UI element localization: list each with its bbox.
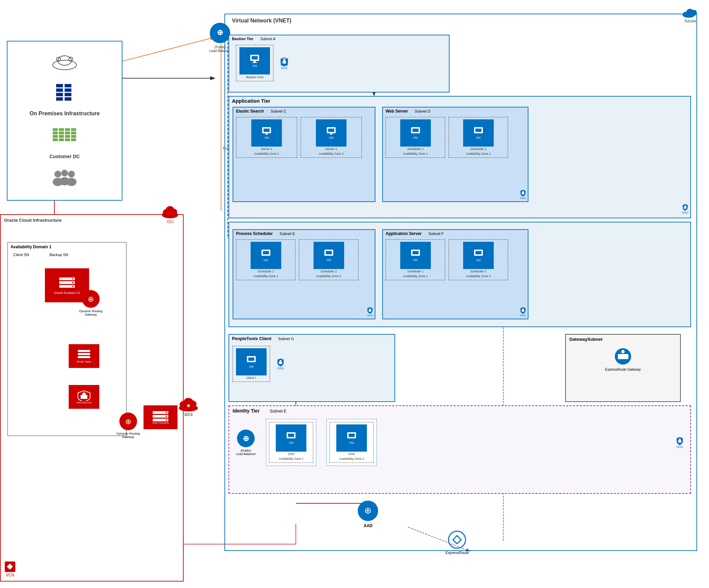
customer-dc-label: Customer DC bbox=[49, 154, 80, 159]
identity-lb-label: (Public)Load Balancer bbox=[236, 449, 256, 456]
app-tier-box: Application Tier Elastic Search Subnet C… bbox=[229, 96, 691, 218]
app-server-az-row: VM Scheduler 1 Availability Zone 1 VM Sc… bbox=[383, 237, 528, 282]
route-table-node: Route Table bbox=[69, 344, 99, 368]
svg-point-131 bbox=[166, 416, 167, 417]
app-server-header: Application Server Subnet F bbox=[383, 230, 528, 237]
svg-rect-97 bbox=[618, 354, 628, 359]
web-scheduler1-vm: VM bbox=[400, 119, 431, 147]
app-server-az1: VM Scheduler 1 Availability Zone 1 bbox=[386, 239, 445, 280]
elastic-server1-vm: VM bbox=[251, 119, 282, 147]
drg-bottom-icon: ⊕ bbox=[119, 412, 138, 431]
svg-rect-64 bbox=[283, 61, 286, 64]
svg-rect-40 bbox=[59, 132, 64, 134]
on-premises-box: On Premises Infrastructure bbox=[7, 41, 122, 201]
bastion-host-label: Bastion Host bbox=[246, 75, 263, 79]
svg-text:⊕: ⊕ bbox=[243, 434, 249, 443]
fast-connect-label: Fast Connect bbox=[152, 421, 169, 424]
svg-rect-81 bbox=[263, 251, 269, 254]
idcs-label: IDCS bbox=[185, 413, 193, 417]
elastic-search-header: Elastic Search Subnet C bbox=[233, 107, 375, 115]
bastion-nsg-label: NSG bbox=[281, 66, 288, 70]
svg-point-130 bbox=[166, 412, 167, 413]
bastion-tier-box: Bastion Tier Subnet A VM Bastion Host NS… bbox=[229, 35, 450, 93]
customer-dc-icon bbox=[51, 127, 78, 144]
bastion-vm: VM bbox=[239, 47, 270, 74]
sn-labels: Client SN Backup SN bbox=[8, 251, 126, 258]
svg-point-85 bbox=[369, 308, 371, 310]
web-nsg: NSG bbox=[520, 189, 526, 200]
svg-rect-84 bbox=[369, 310, 371, 312]
svg-rect-49 bbox=[71, 135, 76, 138]
process-sched1-vm: VM bbox=[251, 242, 281, 269]
identity-ohs-az1-subnet: VM OHS Availability Zone 1 bbox=[266, 419, 316, 466]
identity-ohs1-vm: VM bbox=[276, 424, 306, 452]
peopletools-header: PeopleTools Client Subnet G bbox=[229, 335, 394, 342]
svg-point-79 bbox=[685, 205, 686, 207]
svg-rect-75 bbox=[475, 129, 482, 132]
app-tier-label: Application Tier bbox=[232, 98, 270, 104]
idcs-cloud-icon: ⊕ bbox=[178, 395, 200, 412]
svg-text:⊕: ⊕ bbox=[187, 403, 190, 408]
svg-rect-30 bbox=[56, 97, 63, 101]
web-subnet-label: Subnet D bbox=[415, 109, 431, 113]
identity-tier-label: Identity Tier bbox=[233, 408, 259, 414]
route-table-label: Route Table bbox=[77, 360, 91, 363]
identity-tier-content: ⊕ (Public)Load Balancer VM OHS Availabil… bbox=[229, 416, 690, 469]
app-sched2-vm: VM bbox=[463, 242, 494, 269]
svg-rect-61 bbox=[254, 61, 256, 62]
svg-rect-33 bbox=[65, 93, 71, 96]
svg-rect-31 bbox=[65, 84, 71, 87]
svg-rect-48 bbox=[71, 132, 76, 134]
elastic-search-label: Elastic Search bbox=[236, 109, 264, 114]
svg-text:⊕: ⊕ bbox=[364, 505, 372, 516]
oci-label: Oracle Cloud Infrastructure bbox=[4, 218, 62, 223]
identity-ohs-az2: VM OHS Availability Zone 2 bbox=[330, 422, 374, 463]
svg-point-51 bbox=[54, 171, 61, 178]
exadata-container: Oracle Exadata CS bbox=[8, 268, 126, 302]
process-az1: VM Scheduler 1 Availability Zone 1 bbox=[236, 239, 296, 280]
app-tier-nsg: NSG bbox=[682, 203, 689, 214]
expressroute-gateway-icon bbox=[614, 347, 632, 366]
on-premises-inner: On Premises Infrastructure bbox=[7, 41, 122, 200]
svg-rect-105 bbox=[349, 434, 355, 437]
svg-rect-78 bbox=[684, 207, 687, 209]
gateway-subnet-label: GatewaySubnet bbox=[566, 335, 680, 344]
drg-top-icon: ⊕ bbox=[82, 290, 100, 308]
svg-rect-36 bbox=[53, 132, 58, 134]
svg-rect-44 bbox=[65, 132, 70, 134]
aad-label: AAD bbox=[364, 523, 373, 528]
web-scheduler2-vm: VM bbox=[463, 119, 494, 147]
svg-point-116 bbox=[72, 282, 73, 283]
peopletools-vm: VM bbox=[236, 348, 267, 375]
app-server-subnet: Application Server Subnet F VM Scheduler… bbox=[382, 229, 528, 319]
svg-text:⊕: ⊕ bbox=[88, 295, 94, 303]
svg-rect-121 bbox=[78, 353, 90, 355]
elastic-az2: VM Server 2 Availability Zone 2 bbox=[301, 117, 362, 158]
server-stacks bbox=[54, 82, 75, 101]
bastion-nsg: NSG bbox=[280, 57, 288, 70]
svg-rect-89 bbox=[475, 251, 482, 254]
svg-rect-42 bbox=[59, 138, 64, 141]
app-tier-header: Application Tier bbox=[229, 97, 690, 105]
on-premises-label: On Premises Infrastructure bbox=[30, 111, 100, 117]
svg-rect-43 bbox=[65, 128, 70, 131]
process-sched2-vm: VM bbox=[314, 242, 344, 269]
svg-point-115 bbox=[72, 278, 73, 280]
identity-ohs2-vm: VM bbox=[336, 424, 367, 452]
identity-subnet-label: Subnet E bbox=[270, 409, 286, 414]
svg-point-56 bbox=[66, 178, 77, 186]
elastic-search-subnet: Elastic Search Subnet C VM Server 1 Avai… bbox=[233, 107, 375, 202]
expressroute-gateway-label: ExpressRoute Gateway bbox=[605, 368, 641, 371]
drg-top-node: ⊕ Dynamic Routing Gateway bbox=[75, 290, 106, 316]
web-server-label: Web Server bbox=[386, 109, 408, 114]
svg-point-117 bbox=[72, 286, 73, 287]
svg-rect-106 bbox=[678, 440, 681, 442]
peopletools-nsg: NSG bbox=[277, 358, 284, 370]
identity-ohs-az2-subnet: VM OHS Availability Zone 2 bbox=[326, 419, 377, 466]
drg-top-label: Dynamic Routing Gateway bbox=[75, 309, 106, 316]
network-icon bbox=[51, 53, 78, 72]
process-az2: VM Scheduler 2 Availability Zone 2 bbox=[299, 239, 358, 280]
web-server-header: Web Server Subnet D bbox=[383, 107, 528, 115]
svg-rect-90 bbox=[522, 310, 524, 312]
bastion-subnet-label: Subnet A bbox=[260, 37, 275, 41]
